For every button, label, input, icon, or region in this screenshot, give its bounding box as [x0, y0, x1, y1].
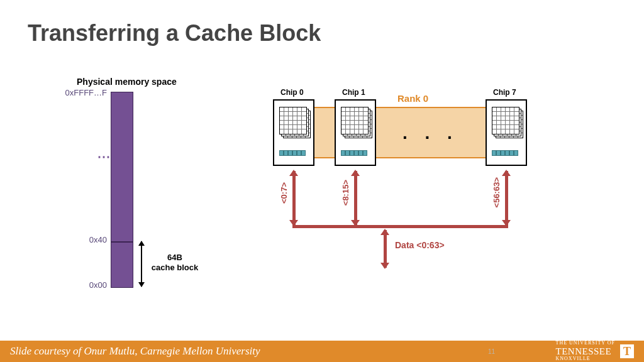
chip-1: [335, 99, 376, 166]
chip-label-1: Chip 1: [342, 88, 365, 97]
university-small: THE UNIVERSITY OF: [556, 341, 615, 346]
data-bus-arrow-icon: [384, 230, 387, 268]
university-campus: KNOXVILLE: [556, 356, 615, 362]
chip-label-7: Chip 7: [493, 88, 516, 97]
chip-ellipsis-icon: . . .: [402, 123, 458, 143]
chip1-bus-arrow-icon: [354, 171, 357, 225]
slide-title: Transferring a Cache Block: [0, 0, 644, 47]
addr-top: 0xFFFF…F: [57, 88, 107, 97]
data-range-label: Data <0:63>: [395, 240, 445, 250]
chip0-bus-arrow-icon: [292, 171, 296, 225]
memory-vdots-icon: ⋮: [97, 151, 112, 161]
university-logo: THE UNIVERSITY OF TENNESSEE KNOXVILLE T: [556, 341, 634, 362]
chip-0: [273, 99, 314, 166]
bank-row-icon: [341, 150, 367, 156]
cache-block-label: 64B cache block: [150, 253, 200, 273]
chip7-bus-arrow-icon: [505, 171, 508, 225]
chip-label-0: Chip 0: [280, 88, 304, 97]
cache-block-arrow-icon: [141, 241, 142, 287]
addr-bot: 0x00: [57, 280, 107, 290]
university-name: TENNESSEE: [556, 346, 615, 357]
chip-7: [486, 99, 527, 166]
slide-credit: Slide courtesy of Onur Mutlu, Carnegie M…: [10, 345, 260, 358]
university-t-icon: T: [620, 344, 634, 358]
memory-space-label: Physical memory space: [77, 77, 177, 87]
data-bus-icon: [292, 225, 508, 228]
range-0-7: <0:7>: [279, 182, 289, 204]
bank-row-icon: [279, 150, 306, 156]
range-8-15: <8:15>: [341, 180, 350, 206]
range-56-63: <56:63>: [492, 177, 501, 207]
addr-mid: 0x40: [57, 235, 107, 244]
memory-bar: 0xFFFF…F 0x40 0x00 ⋮: [111, 92, 133, 288]
rank-label: Rank 0: [397, 93, 428, 104]
page-number: 11: [488, 348, 495, 355]
footer-bar: Slide courtesy of Onur Mutlu, Carnegie M…: [0, 341, 644, 362]
bank-row-icon: [492, 150, 518, 156]
